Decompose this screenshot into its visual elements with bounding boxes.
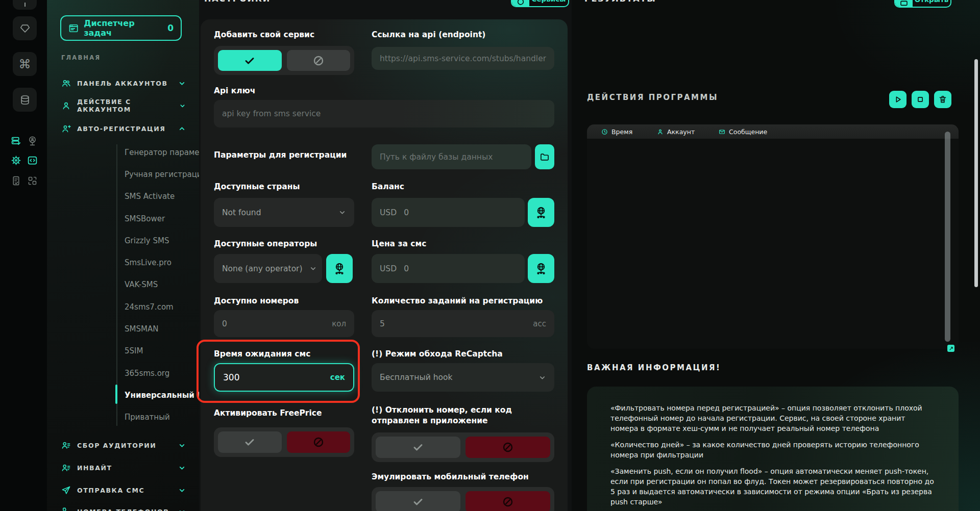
operators-label: Доступные операторы: [214, 239, 317, 249]
endpoint-input[interactable]: [380, 54, 546, 63]
numbers-suffix: кол: [332, 319, 346, 328]
window-scrollbar[interactable]: [974, 59, 978, 287]
results-title: РЕЗУЛЬТАТЫ: [584, 0, 656, 4]
database-icon: [19, 94, 31, 106]
api-key-input-wrap: [214, 100, 554, 127]
stop-button[interactable]: [912, 91, 929, 108]
tasks-per-reg-input-wrap: acc: [372, 310, 554, 337]
balance-currency: USD: [380, 208, 397, 217]
sidebar-item-phone-numbers[interactable]: НОМЕРА ТЕЛЕФОНОВ: [61, 505, 186, 511]
sidebar-item-sms-sending[interactable]: ОТПРАВКА СМС: [61, 483, 186, 497]
numbers-available-input-wrap: кол: [214, 310, 354, 337]
settings-panel: НАСТРОЙКИ Сервисы Добавить свой сервис С…: [199, 0, 572, 511]
folder-icon: [540, 152, 550, 162]
toggle-yes-button[interactable]: [376, 437, 460, 458]
rail-diamond-button[interactable]: [13, 16, 37, 40]
rail-top-partial-button[interactable]: [13, 0, 37, 10]
swap-squares-icon[interactable]: [27, 175, 38, 186]
tasks-per-reg-input[interactable]: [380, 319, 533, 328]
info-paragraph: «Заменить push, если он получил flood» –…: [610, 466, 935, 507]
open-button-icon-cell: [895, 0, 913, 7]
sms-wait-input-wrap: сек: [214, 363, 354, 392]
document-check-icon[interactable]: [11, 175, 21, 186]
numbers-available-label: Доступно номеров: [214, 296, 299, 306]
operators-select[interactable]: None (any operator): [214, 254, 322, 283]
server-check-icon[interactable]: [11, 136, 21, 146]
toggle-no-button[interactable]: [287, 431, 351, 453]
sidebar-item-invite[interactable]: ИНВАЙТ: [61, 461, 186, 474]
toggle-yes-button[interactable]: [218, 431, 282, 453]
trash-button[interactable]: [934, 91, 951, 108]
sidebar: Диспетчер задач 0 ГЛАВНАЯ ПАНЕЛЬ АККАУНТ…: [47, 0, 199, 511]
person-lines-icon: [61, 441, 71, 450]
paper-plane-icon: [61, 486, 71, 495]
chevron-down-icon: [338, 209, 346, 216]
db-path-input[interactable]: [380, 152, 523, 162]
browse-file-button[interactable]: [535, 144, 554, 169]
toggle-yes-button[interactable]: [376, 491, 460, 511]
sidebar-item-audience[interactable]: СБОР АУДИТОРИИ: [61, 439, 186, 452]
envelope-icon: [719, 129, 725, 135]
chevron-down-icon: [178, 487, 186, 494]
gear-icon[interactable]: [11, 155, 21, 166]
task-manager-button[interactable]: Диспетчер задач 0: [60, 15, 182, 41]
toggle-yes-button[interactable]: [218, 50, 282, 71]
webcam-account-icon[interactable]: [27, 136, 38, 146]
webcam-icon: [517, 0, 525, 6]
sidebar-item-auto-registration[interactable]: АВТО-РЕГИСТРАЦИЯ: [61, 122, 186, 135]
table-resize-handle[interactable]: [947, 345, 954, 352]
sidebar-item-label: АВТО-РЕГИСТРАЦИЯ: [77, 125, 166, 133]
operators-globe-button[interactable]: [326, 254, 353, 283]
app-screen: ⌘ Диспетчер задач 0 ГЛАВНАЯ: [0, 0, 980, 511]
person-lines-icon: [61, 463, 71, 473]
recaptcha-select[interactable]: Бесплатный hook: [372, 363, 554, 392]
toggle-no-button[interactable]: [465, 437, 550, 458]
balance-globe-button[interactable]: [528, 198, 554, 227]
clock-icon: [601, 129, 608, 135]
open-button[interactable]: Открыть: [894, 0, 951, 8]
price-label: Цена за смс: [372, 239, 426, 249]
db-path-input-wrap: [372, 144, 531, 169]
code-window-icon[interactable]: [27, 155, 38, 166]
price-input[interactable]: USD 0: [372, 254, 525, 283]
api-key-input[interactable]: [222, 109, 546, 118]
table-header: Время Аккаунт Сообщение: [587, 124, 959, 139]
rail-database-button[interactable]: [13, 88, 37, 112]
emulate-mobile-label: Эмулировать мобильный телефон: [372, 472, 529, 482]
play-button[interactable]: [889, 91, 906, 108]
column-header-time[interactable]: Время: [601, 124, 632, 139]
numbers-available-input[interactable]: [222, 319, 332, 328]
column-header-label: Сообщение: [729, 128, 767, 136]
info-paragraph: «Фильтровать номера перед регистрацией» …: [610, 403, 935, 433]
reject-number-toggle: [372, 432, 554, 462]
countries-value: Not found: [222, 208, 261, 217]
tasks-suffix: acc: [533, 319, 546, 328]
add-service-label: Добавить свой сервис: [214, 30, 314, 40]
command-icon: ⌘: [19, 57, 31, 71]
prohibit-icon: [502, 496, 514, 508]
freeprice-label: Активировать FreePrice: [214, 408, 322, 419]
important-info-title: ВАЖНАЯ ИНФОРМАЦИЯ!: [587, 363, 721, 372]
toggle-no-button[interactable]: [465, 491, 550, 511]
countries-select[interactable]: Not found: [214, 198, 354, 227]
sms-wait-input[interactable]: [223, 372, 330, 382]
sidebar-item-label: ОТПРАВКА СМС: [77, 487, 144, 494]
services-button[interactable]: Сервисы: [511, 0, 569, 7]
sidebar-item-label: ПАНЕЛЬ АККАУНТОВ: [77, 80, 168, 87]
sidebar-item-accounts-panel[interactable]: ПАНЕЛЬ АККАУНТОВ: [61, 76, 186, 90]
rail-command-button[interactable]: ⌘: [13, 52, 37, 76]
column-header-message[interactable]: Сообщение: [719, 124, 767, 139]
price-globe-button[interactable]: [528, 254, 554, 283]
chevron-down-icon: [178, 80, 186, 87]
left-icon-rail: ⌘: [0, 0, 47, 511]
table-scrollbar-thumb[interactable]: [945, 132, 950, 342]
balance-input[interactable]: USD 0: [372, 198, 525, 227]
column-header-label: Аккаунт: [667, 128, 695, 136]
sublist-guide-line: [116, 144, 117, 426]
chevron-up-icon: [178, 125, 186, 133]
sidebar-item-account-actions[interactable]: ДЕЙСТВИЕ С АККАУНТОМ: [61, 99, 186, 112]
globe-network-icon: [534, 206, 548, 219]
toggle-no-button[interactable]: [287, 50, 351, 71]
person-icon: [657, 129, 664, 135]
column-header-account[interactable]: Аккаунт: [657, 124, 695, 139]
